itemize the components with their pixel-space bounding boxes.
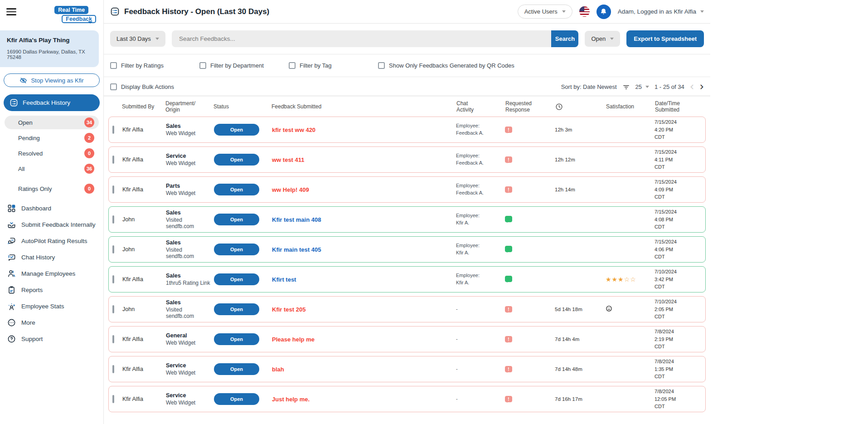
row-checkbox[interactable]	[112, 275, 114, 283]
feedback-row[interactable]: Kfir Alfia Service Web Widget Open Just …	[108, 386, 706, 412]
filter-by-department-checkbox[interactable]: Filter by Department	[199, 62, 289, 69]
sort-filter-icon[interactable]	[622, 83, 630, 91]
status-badge[interactable]: Open	[214, 333, 259, 345]
filter-row: Filter by Ratings Filter by Department F…	[104, 54, 710, 77]
feedback-row[interactable]: Kfir Alfia General Web Widget Open Pleas…	[108, 326, 706, 352]
origin-label: Visited sendfb.com	[166, 247, 211, 259]
department-name: Service	[166, 362, 211, 369]
status-filter-dropdown[interactable]: Open	[585, 31, 620, 47]
date-line: 7/15/2024	[655, 118, 703, 126]
feedback-text[interactable]: kfir test ww 420	[272, 127, 456, 133]
sidebar-item-dashboard[interactable]: Dashboard	[0, 200, 103, 216]
sidebar-item-submit-feedback-internally[interactable]: Submit Feedback Internally	[0, 216, 103, 233]
response-status-icon: !	[505, 306, 512, 312]
feedback-row[interactable]: Kfir Alfia Sales 1thru5 Rating Link Open…	[108, 266, 706, 292]
status-badge[interactable]: Open	[214, 363, 259, 375]
feedback-text[interactable]: ww Help! 409	[272, 186, 456, 193]
feedback-text[interactable]: Just help me.	[272, 396, 456, 403]
row-checkbox[interactable]	[112, 215, 114, 224]
row-checkbox[interactable]	[112, 156, 114, 164]
feedback-row[interactable]: Kfir Alfia Service Web Widget Open ww te…	[108, 146, 706, 173]
row-checkbox[interactable]	[112, 185, 114, 194]
sidebar-subitem-open[interactable]: Open 34	[5, 116, 99, 129]
datetime-cell: 7/15/2024 4:11 PM CDT	[655, 148, 705, 171]
help-icon	[7, 335, 16, 343]
sidebar-item-manage-employees[interactable]: Manage Employees	[0, 265, 103, 282]
app-root: Real Time Feedback Kfir Alfia's Play Thi…	[0, 0, 868, 424]
main-content: Feedback History - Open (Last 30 Days) A…	[104, 0, 710, 424]
search-input[interactable]	[172, 30, 552, 47]
user-menu[interactable]: Adam, Logged in as Kfir Alfia	[618, 8, 704, 15]
sidebar-item-feedback-history[interactable]: Feedback History	[4, 94, 100, 111]
feedback-row[interactable]: Kfir Alfia Sales Web Widget Open kfir te…	[108, 117, 706, 143]
prev-page-button[interactable]: ‹	[690, 83, 694, 91]
row-checkbox[interactable]	[112, 126, 114, 134]
stop-viewing-button[interactable]: Stop Viewing as Kfir	[4, 73, 100, 87]
sidebar-item-reports[interactable]: Reports	[0, 282, 103, 298]
feedback-text[interactable]: Please help me	[272, 336, 456, 343]
status-badge[interactable]: Open	[214, 154, 259, 166]
feedback-row[interactable]: John Sales Visited sendfb.com Open Kfir …	[108, 206, 706, 233]
sidebar-item-support[interactable]: Support	[0, 331, 103, 347]
chat-activity-line2: Feedback A.	[456, 160, 502, 167]
status-badge[interactable]: Open	[214, 303, 259, 315]
status-badge[interactable]: Open	[214, 244, 259, 255]
time-line: 4:09 PM	[655, 186, 703, 194]
sidebar-subitem-resolved[interactable]: Resolved 0	[5, 146, 99, 160]
status-badge[interactable]: Open	[214, 124, 259, 136]
language-flag-icon[interactable]	[579, 6, 590, 17]
row-checkbox-cell	[109, 127, 122, 133]
feedback-row[interactable]: John Sales Visited sendfb.com Open Kfir …	[108, 236, 706, 263]
filter-by-ratings-checkbox[interactable]: Filter by Ratings	[110, 62, 199, 69]
export-button[interactable]: Export to Spreadsheet	[626, 30, 704, 47]
feedback-text[interactable]: Kfir main test 405	[272, 246, 456, 253]
subitem-label: All	[18, 166, 24, 172]
inbox-icon	[7, 220, 16, 229]
page-size-dropdown[interactable]: 25	[635, 83, 649, 90]
checkbox-icon	[110, 83, 117, 90]
feedback-row[interactable]: Kfir Alfia Parts Web Widget Open ww Help…	[108, 176, 706, 203]
row-checkbox[interactable]	[112, 365, 114, 373]
status-badge[interactable]: Open	[214, 273, 259, 285]
filter-by-tag-checkbox[interactable]: Filter by Tag	[289, 62, 378, 69]
stop-viewing-label: Stop Viewing as Kfir	[31, 77, 83, 84]
feedback-text[interactable]: Kfirt test	[272, 276, 456, 283]
feedback-row[interactable]: Kfir Alfia Service Web Widget Open blah …	[108, 356, 706, 382]
sidebar-item-chat-history[interactable]: Chat History	[0, 249, 103, 265]
chat-activity-cell: -	[456, 306, 505, 313]
sidebar-subitem-all[interactable]: All 36	[5, 162, 99, 175]
sidebar-item-employee-stats[interactable]: Employee Stats	[0, 298, 103, 314]
row-checkbox[interactable]	[112, 335, 114, 343]
sidebar-item-autopilot-rating-results[interactable]: AutoPilot Rating Results	[0, 233, 103, 249]
origin-label: 1thru5 Rating Link	[166, 280, 211, 286]
qr-codes-only-checkbox[interactable]: Show Only Feedbacks Generated by QR Code…	[378, 62, 514, 69]
sidebar-subitem-pending[interactable]: Pending 2	[5, 131, 99, 145]
notifications-button[interactable]	[596, 5, 611, 19]
date-range-dropdown[interactable]: Last 30 Days	[110, 31, 165, 47]
row-checkbox[interactable]	[112, 395, 114, 403]
feedback-row[interactable]: John Sales Visited sendfb.com Open Kfir …	[108, 296, 706, 322]
menu-icon[interactable]	[6, 5, 16, 17]
active-users-dropdown[interactable]: Active Users	[518, 5, 572, 19]
time-line: 2:19 PM	[655, 336, 703, 343]
feedback-text[interactable]: Kfir test 205	[272, 306, 456, 313]
next-page-button[interactable]: ›	[699, 83, 704, 91]
feedback-text[interactable]: Kfir test main 408	[272, 216, 456, 223]
feedback-text[interactable]: blah	[272, 366, 456, 373]
row-checkbox[interactable]	[112, 245, 114, 253]
sidebar-subitem-ratings-only[interactable]: Ratings Only 0	[5, 182, 99, 195]
status-badge[interactable]: Open	[214, 184, 259, 195]
sort-by-label[interactable]: Sort by: Date Newest	[561, 83, 617, 90]
search-button[interactable]: Search	[551, 30, 578, 47]
subitem-label: Open	[18, 119, 33, 126]
row-checkbox[interactable]	[112, 305, 114, 313]
response-status-icon	[505, 276, 512, 282]
display-bulk-actions-checkbox[interactable]: Display Bulk Actions	[110, 83, 174, 90]
sidebar-item-more[interactable]: More	[0, 314, 103, 331]
chevron-down-icon	[645, 86, 649, 88]
feedback-text[interactable]: ww test 411	[272, 156, 456, 163]
status-badge[interactable]: Open	[214, 393, 259, 405]
time-line: 4:08 PM	[655, 216, 703, 224]
nav-item-label: Support	[21, 336, 43, 342]
status-badge[interactable]: Open	[214, 214, 259, 225]
